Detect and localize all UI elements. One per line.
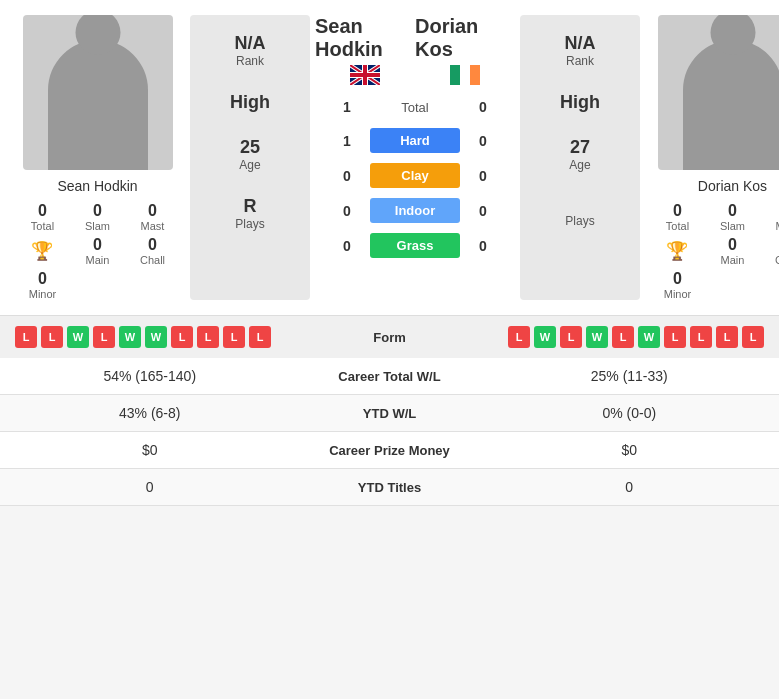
player1-total-label: Total xyxy=(10,220,75,232)
svg-rect-1 xyxy=(450,65,460,85)
player1-trophy-icon: 🏆 xyxy=(31,240,53,262)
player1-stats: 0 Total 0 Slam 0 Mast 🏆 0 Main 0 Chall xyxy=(10,202,185,300)
uk-flag-icon xyxy=(350,65,380,85)
player1-age-value: 25 xyxy=(210,137,290,158)
form-p1-7: L xyxy=(171,326,193,348)
player2-slam-stat: 0 Slam xyxy=(720,202,745,232)
player2-mast-value: 0 xyxy=(755,202,779,220)
form-section: L L W L W W L L L L Form L W L W L W L L… xyxy=(0,315,779,358)
players-section: Sean Hodkin 0 Total 0 Slam 0 Mast 🏆 0 Ma… xyxy=(0,0,779,315)
ytd-wl-p1: 43% (6-8) xyxy=(0,405,300,421)
career-total-row: 54% (165-140) Career Total W/L 25% (11-3… xyxy=(0,358,779,395)
player2-main-label: Main xyxy=(720,254,745,266)
player1-middle-stats: N/A Rank High 25 Age R Plays xyxy=(190,15,310,300)
player1-silhouette xyxy=(48,40,148,170)
player1-name-header: Sean Hodkin xyxy=(315,15,415,61)
player2-chall-value: 0 xyxy=(755,236,779,254)
player2-trophy-icon: 🏆 xyxy=(666,240,688,262)
form-p2-10: L xyxy=(742,326,764,348)
player2-flag xyxy=(450,65,480,89)
total-score-p2: 0 xyxy=(468,99,498,115)
player1-flag xyxy=(350,65,380,89)
player1-mast-label: Mast xyxy=(120,220,185,232)
ytd-wl-p2: 0% (0-0) xyxy=(480,405,780,421)
court-row-indoor: 0 Indoor 0 xyxy=(315,198,515,223)
player1-minor-label: Minor xyxy=(10,288,75,300)
total-score-p1: 1 xyxy=(332,99,362,115)
player2-mast-label: Mast xyxy=(755,220,779,232)
player2-middle-stats: N/A Rank High 27 Age Plays xyxy=(520,15,640,300)
player2-mast-stat: 0 Mast xyxy=(755,202,779,232)
player1-main-label: Main xyxy=(85,254,110,266)
court-hard-badge: Hard xyxy=(370,128,460,153)
player1-slam-value: 0 xyxy=(85,202,110,220)
form-p2-7: L xyxy=(664,326,686,348)
ytd-titles-p1: 0 xyxy=(0,479,300,495)
court-indoor-badge: Indoor xyxy=(370,198,460,223)
player1-minor-stat: 0 Minor xyxy=(10,270,75,300)
ytd-titles-label: YTD Titles xyxy=(300,480,480,495)
form-p1-10: L xyxy=(249,326,271,348)
court-clay-p1: 0 xyxy=(332,168,362,184)
form-p1-1: L xyxy=(15,326,37,348)
player2-rank-label: Rank xyxy=(540,54,620,68)
prize-money-label: Career Prize Money xyxy=(300,443,480,458)
form-p1-3: W xyxy=(67,326,89,348)
form-right: L W L W L W L L L L xyxy=(450,326,765,348)
form-p2-3: L xyxy=(560,326,582,348)
form-p2-1: L xyxy=(508,326,530,348)
player2-plays-value xyxy=(540,196,620,214)
player2-minor-label: Minor xyxy=(645,288,710,300)
court-indoor-p1: 0 xyxy=(332,203,362,219)
form-p2-8: L xyxy=(690,326,712,348)
total-label: Total xyxy=(370,100,460,115)
court-row-clay: 0 Clay 0 xyxy=(315,163,515,188)
player1-slam-label: Slam xyxy=(85,220,110,232)
player1-plays-label: Plays xyxy=(210,217,290,231)
player2-slam-label: Slam xyxy=(720,220,745,232)
player2-rank-value: N/A xyxy=(540,33,620,54)
prize-money-row: $0 Career Prize Money $0 xyxy=(0,432,779,469)
player2-stats: 0 Total 0 Slam 0 Mast 🏆 0 Main 0 Chall xyxy=(645,202,779,300)
form-p1-9: L xyxy=(223,326,245,348)
player2-card: Dorian Kos 0 Total 0 Slam 0 Mast 🏆 0 Mai… xyxy=(645,15,779,300)
player1-age-label: Age xyxy=(210,158,290,172)
player2-rank-item: N/A Rank xyxy=(525,25,635,76)
player2-age-item: 27 Age xyxy=(525,129,635,180)
player1-minor-value: 0 xyxy=(10,270,75,288)
player2-total-stat: 0 Total xyxy=(645,202,710,232)
career-total-label: Career Total W/L xyxy=(300,369,480,384)
ytd-titles-p2: 0 xyxy=(480,479,780,495)
player2-high-value: High xyxy=(540,92,620,113)
player1-chall-value: 0 xyxy=(120,236,185,254)
total-row: 1 Total 0 xyxy=(315,99,515,115)
player2-age-value: 27 xyxy=(540,137,620,158)
ireland-flag-icon xyxy=(450,65,480,85)
ytd-titles-row: 0 YTD Titles 0 xyxy=(0,469,779,506)
player1-chall-label: Chall xyxy=(120,254,185,266)
player2-plays-item: Plays xyxy=(525,188,635,236)
player2-age-label: Age xyxy=(540,158,620,172)
player1-slam-stat: 0 Slam xyxy=(85,202,110,232)
form-label: Form xyxy=(330,330,450,345)
player1-high-value: High xyxy=(210,92,290,113)
player1-plays-value: R xyxy=(210,196,290,217)
form-p2-5: L xyxy=(612,326,634,348)
player2-total-label: Total xyxy=(645,220,710,232)
player2-chall-stat: 0 Chall xyxy=(755,236,779,266)
main-container: Sean Hodkin 0 Total 0 Slam 0 Mast 🏆 0 Ma… xyxy=(0,0,779,506)
form-p1-5: W xyxy=(119,326,141,348)
form-p2-2: W xyxy=(534,326,556,348)
player2-main-stat: 0 Main xyxy=(720,236,745,266)
player2-plays-label: Plays xyxy=(540,214,620,228)
player2-silhouette xyxy=(683,40,780,170)
form-left: L L W L W W L L L L xyxy=(15,326,330,348)
court-row-grass: 0 Grass 0 xyxy=(315,233,515,258)
player1-photo xyxy=(23,15,173,170)
court-grass-p1: 0 xyxy=(332,238,362,254)
player2-high-item: High xyxy=(525,84,635,121)
player2-total-value: 0 xyxy=(645,202,710,220)
player1-name: Sean Hodkin xyxy=(57,178,137,194)
form-p1-8: L xyxy=(197,326,219,348)
court-clay-badge: Clay xyxy=(370,163,460,188)
